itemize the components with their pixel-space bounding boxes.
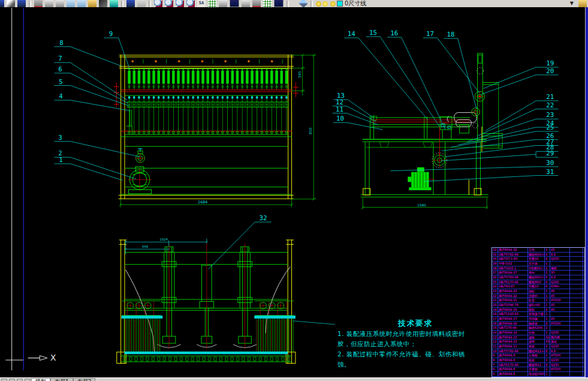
tab-nav-first-icon[interactable]: [1, 379, 7, 381]
table-row: 29YYB-Ⅰ102压力表 1: [492, 262, 584, 266]
open-icon[interactable]: [88, 0, 97, 7]
svg-text:25: 25: [546, 124, 554, 131]
table-row: 10GB/T5782-86螺栓M12×45 88.8: [492, 349, 584, 354]
svg-text:7: 7: [58, 55, 62, 62]
svg-text:19: 19: [546, 59, 554, 67]
ucs-x-label: X: [50, 353, 56, 362]
plot-icon[interactable]: [34, 0, 43, 7]
redo-icon[interactable]: [126, 0, 135, 7]
cell-grid-icon[interactable]: [263, 0, 272, 7]
svg-text:1: 1: [59, 156, 63, 164]
zoom-out-icon[interactable]: [186, 0, 195, 7]
table-row: 20GB/T1096-79键8×40 145: [492, 303, 584, 308]
paste-icon[interactable]: [77, 0, 86, 7]
svg-text:15: 15: [369, 29, 377, 37]
table-row: 5JB/T8094-5电动机Y90S-4 1: [492, 372, 584, 377]
tech-req-line: 胶，但应防止进入系统中；: [337, 339, 493, 349]
plan-view: 1024 648: [117, 238, 335, 364]
toolbar-separator: [29, 1, 31, 7]
dim-side-width: 1580: [417, 203, 426, 207]
table-row: 8JB/T8094-8机架 1Q235: [492, 358, 584, 363]
side-motor: [408, 167, 435, 190]
tab-layout2[interactable]: 布局2: [73, 378, 96, 381]
zoom-dynamic-icon[interactable]: [165, 0, 173, 7]
side-view: 1580: [361, 53, 502, 209]
tab-nav-next-icon[interactable]: [17, 379, 23, 381]
table-row: 17JB/T8094-17传动轴 145: [492, 317, 584, 322]
table-row: 26GB/T5783-86螺栓M10×30 68.8: [492, 275, 584, 280]
svg-text:8: 8: [59, 39, 64, 47]
modify-icon[interactable]: [578, 0, 587, 7]
matchprops-icon[interactable]: [99, 0, 107, 7]
dim-front-h2: 850: [309, 127, 312, 134]
layer-lock-icon[interactable]: [330, 1, 336, 7]
zoom-window-icon[interactable]: [154, 0, 162, 7]
table-row: 24GB/T93-87垫圈10 665Mn: [492, 284, 584, 289]
svg-text:30: 30: [546, 159, 554, 167]
dim-plan-1: 1024: [159, 238, 168, 241]
tab-nav-prev-icon[interactable]: [9, 379, 15, 381]
svg-text:17: 17: [426, 30, 434, 38]
layer-freeze-icon[interactable]: [322, 1, 328, 7]
toolbar-separator: [287, 1, 289, 7]
table-row: 30GB/T97.1-85垫圈16 8Q235: [492, 257, 584, 262]
display-icon[interactable]: [230, 0, 239, 7]
preview-icon[interactable]: [45, 0, 53, 7]
spell-icon[interactable]: [56, 0, 64, 7]
properties-icon[interactable]: [274, 0, 284, 7]
toolbar-separator: [149, 1, 151, 7]
dim-front-width: 2684: [198, 200, 207, 205]
copy-icon[interactable]: [67, 0, 75, 7]
zoom-in-icon[interactable]: [176, 0, 184, 7]
pointer-icon[interactable]: [7, 0, 15, 7]
table-row: 12JB/T8094-12滤布 33涤纶: [492, 340, 584, 344]
save-icon[interactable]: [17, 0, 26, 7]
layer-dropdown-arrow[interactable]: ▼: [570, 0, 574, 7]
layer-on-icon[interactable]: [316, 1, 321, 7]
table-row: 7GB/T6170-86螺母M12 8Q235: [492, 363, 584, 368]
tech-req-line: 蚀。: [337, 359, 493, 370]
tech-req-line: 1. 装配液压系统时允许使用密封填料或密封: [337, 329, 493, 339]
tab-nav-last-icon[interactable]: [25, 379, 31, 381]
filter-group-right: [254, 301, 295, 352]
table-row: 6JB/T8094-6压紧板 1HT200: [492, 367, 584, 372]
svg-text:16: 16: [390, 29, 398, 37]
table-icon[interactable]: [208, 0, 216, 7]
svg-text:23: 23: [546, 111, 554, 119]
layer-name-text[interactable]: 0尺寸线: [345, 0, 366, 7]
text-style-icon[interactable]: SA: [197, 0, 206, 7]
svg-text:6: 6: [58, 65, 62, 73]
tab-layout1[interactable]: 布局1: [50, 378, 73, 381]
render-icon[interactable]: [242, 0, 250, 7]
svg-text:31: 31: [546, 168, 554, 176]
svg-text:4: 4: [59, 92, 63, 100]
table-row: 9JB/T8094-9止推板 1HT200: [492, 353, 584, 358]
layer-color-swatch[interactable]: [337, 1, 343, 7]
tab-model[interactable]: 模型: [31, 378, 50, 381]
toolbar-separator: [310, 1, 313, 7]
ucs-and-borders: X: [5, 8, 56, 370]
svg-text:10: 10: [336, 115, 344, 122]
undo-icon[interactable]: [110, 0, 118, 7]
svg-text:14: 14: [348, 30, 355, 38]
svg-text:5: 5: [59, 78, 63, 86]
drawing-canvas[interactable]: X: [0, 7, 588, 377]
table-row: 23JB/T8094-23油缸 145: [492, 289, 584, 294]
table-row: 21JB/T8094-21缸盖 1HT200: [492, 298, 584, 303]
partial-icon[interactable]: [0, 0, 4, 7]
dim-plan-2: 648: [142, 245, 149, 248]
layout-icon[interactable]: [219, 0, 227, 7]
table-row: 13JB/T8094-13滤板 32聚丙烯: [492, 335, 584, 340]
toolbar-separator: [121, 1, 123, 7]
table-row: 14JB/T8094-14拉板 1Q235: [492, 331, 584, 335]
table-row: 19JB/T8094-19链轮 245: [492, 308, 584, 313]
table-row: 18GB/T1243-83套筒滚子链 1: [492, 312, 584, 317]
bom-rows: 32JB/T8094-32立柱 145 31GB/T5782-86螺栓M16×6…: [492, 248, 584, 377]
print-icon[interactable]: [252, 0, 261, 7]
pan-icon[interactable]: [137, 0, 146, 7]
tech-req-line: 2. 装配过程中零件不允许磕、碰、划伤和锈: [337, 349, 493, 359]
tech-req-title: 技术要求: [337, 319, 493, 329]
toolbar-gap: [292, 0, 297, 7]
table-row: 15GB/T276-89轴承6204 2: [492, 326, 584, 331]
svg-text:32: 32: [260, 214, 267, 222]
